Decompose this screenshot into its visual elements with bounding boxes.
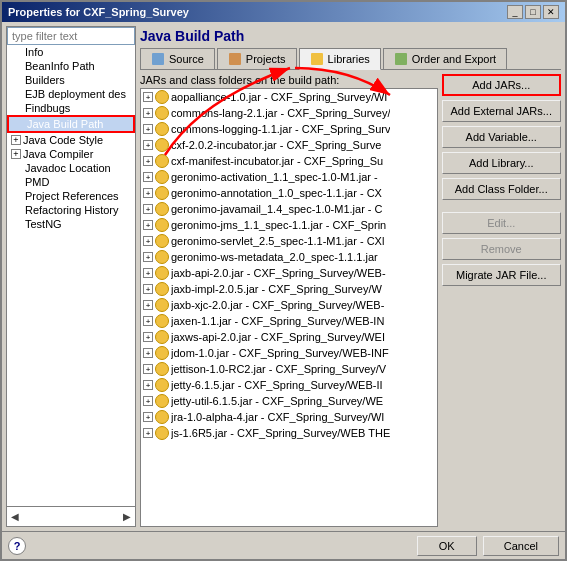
jar-expand-icon[interactable]: +: [143, 236, 153, 246]
jar-list-item[interactable]: +geronimo-activation_1.1_spec-1.0-M1.jar…: [141, 169, 437, 185]
jar-expand-icon[interactable]: +: [143, 108, 153, 118]
jar-list-item[interactable]: +jaxb-xjc-2.0.jar - CXF_Spring_Survey/WE…: [141, 297, 437, 313]
jar-list-item[interactable]: +jra-1.0-alpha-4.jar - CXF_Spring_Survey…: [141, 409, 437, 425]
jar-list[interactable]: +aopalliance-1.0.jar - CXF_Spring_Survey…: [140, 88, 438, 527]
jar-list-item[interactable]: +geronimo-annotation_1.0_spec-1.1.jar - …: [141, 185, 437, 201]
sidebar-item-builders[interactable]: Builders: [7, 73, 135, 87]
jar-expand-icon[interactable]: +: [143, 412, 153, 422]
jar-expand-icon[interactable]: +: [143, 172, 153, 182]
nav-back-button[interactable]: ◀: [11, 511, 19, 522]
jar-list-item[interactable]: +geronimo-ws-metadata_2.0_spec-1.1.1.jar: [141, 249, 437, 265]
jar-file-icon: [155, 250, 169, 264]
migrate-button[interactable]: Migrate JAR File...: [442, 264, 562, 286]
sidebar-item-info[interactable]: Info: [7, 45, 135, 59]
remove-button[interactable]: Remove: [442, 238, 562, 260]
help-icon[interactable]: ?: [8, 537, 26, 555]
sidebar-item-pmd[interactable]: PMD: [7, 175, 135, 189]
edit-button[interactable]: Edit...: [442, 212, 562, 234]
jar-list-item[interactable]: +cxf-manifest-incubator.jar - CXF_Spring…: [141, 153, 437, 169]
tab-projects[interactable]: Projects: [217, 48, 297, 69]
jar-expand-icon[interactable]: +: [143, 124, 153, 134]
jar-expand-icon[interactable]: +: [143, 140, 153, 150]
jar-list-item[interactable]: +commons-logging-1.1.jar - CXF_Spring_Su…: [141, 121, 437, 137]
sidebar-item-label-testng: TestNG: [25, 218, 62, 230]
sidebar-item-testng[interactable]: TestNG: [7, 217, 135, 231]
add-library-button[interactable]: Add Library...: [442, 152, 562, 174]
source-tab-icon: [151, 52, 165, 66]
libraries-tab-icon: [310, 52, 324, 66]
expand-icon-javacodestyle[interactable]: +: [11, 135, 21, 145]
jar-expand-icon[interactable]: +: [143, 188, 153, 198]
jar-list-item[interactable]: +jaxb-api-2.0.jar - CXF_Spring_Survey/WE…: [141, 265, 437, 281]
sidebar-item-javacompiler[interactable]: +Java Compiler: [7, 147, 135, 161]
tab-label-libraries: Libraries: [328, 53, 370, 65]
close-button[interactable]: ✕: [543, 5, 559, 19]
jar-expand-icon[interactable]: +: [143, 316, 153, 326]
sidebar-item-label-pmd: PMD: [25, 176, 49, 188]
add-variable-button[interactable]: Add Variable...: [442, 126, 562, 148]
sidebar-item-findbugs[interactable]: Findbugs: [7, 101, 135, 115]
ok-button[interactable]: OK: [417, 536, 477, 556]
tab-order[interactable]: Order and Export: [383, 48, 507, 69]
jar-expand-icon[interactable]: +: [143, 396, 153, 406]
jar-list-item[interactable]: +commons-lang-2.1.jar - CXF_Spring_Surve…: [141, 105, 437, 121]
jar-list-item[interactable]: +aopalliance-1.0.jar - CXF_Spring_Survey…: [141, 89, 437, 105]
jar-item-label: jaxws-api-2.0.jar - CXF_Spring_Survey/WE…: [171, 331, 385, 343]
jar-list-item[interactable]: +jetty-6.1.5.jar - CXF_Spring_Survey/WEB…: [141, 377, 437, 393]
jar-expand-icon[interactable]: +: [143, 92, 153, 102]
sidebar-item-ejb[interactable]: EJB deployment des: [7, 87, 135, 101]
jar-list-item[interactable]: +cxf-2.0.2-incubator.jar - CXF_Spring_Su…: [141, 137, 437, 153]
sidebar-item-refactoring[interactable]: Refactoring History: [7, 203, 135, 217]
jar-list-item[interactable]: +geronimo-servlet_2.5_spec-1.1-M1.jar - …: [141, 233, 437, 249]
right-panel-title: Java Build Path: [140, 26, 561, 48]
jar-expand-icon[interactable]: +: [143, 332, 153, 342]
jar-expand-icon[interactable]: +: [143, 284, 153, 294]
left-panel: InfoBeanInfo PathBuildersEJB deployment …: [6, 26, 136, 527]
sidebar-item-javacodestyle[interactable]: +Java Code Style: [7, 133, 135, 147]
jar-list-item[interactable]: +jaxb-impl-2.0.5.jar - CXF_Spring_Survey…: [141, 281, 437, 297]
window-title: Properties for CXF_Spring_Survey: [8, 6, 189, 18]
jar-list-item[interactable]: +jaxws-api-2.0.jar - CXF_Spring_Survey/W…: [141, 329, 437, 345]
jar-list-item[interactable]: +js-1.6R5.jar - CXF_Spring_Survey/WEB TH…: [141, 425, 437, 441]
jar-list-item[interactable]: +jetty-util-6.1.5.jar - CXF_Spring_Surve…: [141, 393, 437, 409]
cancel-button[interactable]: Cancel: [483, 536, 559, 556]
main-content: JARs and class folders on the build path…: [140, 74, 561, 527]
jar-expand-icon[interactable]: +: [143, 380, 153, 390]
jar-file-icon: [155, 314, 169, 328]
jar-expand-icon[interactable]: +: [143, 348, 153, 358]
expand-icon-javacompiler[interactable]: +: [11, 149, 21, 159]
add-class-folder-button[interactable]: Add Class Folder...: [442, 178, 562, 200]
tab-source[interactable]: Source: [140, 48, 215, 69]
jar-expand-icon[interactable]: +: [143, 220, 153, 230]
nav-forward-button[interactable]: ▶: [123, 511, 131, 522]
maximize-button[interactable]: □: [525, 5, 541, 19]
sidebar-item-javadoc[interactable]: Javadoc Location: [7, 161, 135, 175]
jar-list-item[interactable]: +jettison-1.0-RC2.jar - CXF_Spring_Surve…: [141, 361, 437, 377]
sidebar-item-beaninfo[interactable]: BeanInfo Path: [7, 59, 135, 73]
filter-input[interactable]: [7, 27, 135, 45]
jar-expand-icon[interactable]: +: [143, 364, 153, 374]
jar-expand-icon[interactable]: +: [143, 204, 153, 214]
jar-list-item[interactable]: +geronimo-javamail_1.4_spec-1.0-M1.jar -…: [141, 201, 437, 217]
jar-expand-icon[interactable]: +: [143, 300, 153, 310]
minimize-button[interactable]: _: [507, 5, 523, 19]
jar-item-label: geronimo-annotation_1.0_spec-1.1.jar - C…: [171, 187, 382, 199]
jar-item-label: geronimo-javamail_1.4_spec-1.0-M1.jar - …: [171, 203, 383, 215]
jar-list-item[interactable]: +jdom-1.0.jar - CXF_Spring_Survey/WEB-IN…: [141, 345, 437, 361]
jar-item-label: jaxb-impl-2.0.5.jar - CXF_Spring_Survey/…: [171, 283, 382, 295]
jar-expand-icon[interactable]: +: [143, 268, 153, 278]
jar-expand-icon[interactable]: +: [143, 156, 153, 166]
jar-item-label: jaxen-1.1.jar - CXF_Spring_Survey/WEB-IN: [171, 315, 384, 327]
sidebar-item-projectrefs[interactable]: Project References: [7, 189, 135, 203]
jar-file-icon: [155, 202, 169, 216]
jar-list-item[interactable]: +jaxen-1.1.jar - CXF_Spring_Survey/WEB-I…: [141, 313, 437, 329]
sidebar-item-javabuildpath[interactable]: Java Build Path: [7, 115, 135, 133]
jar-expand-icon[interactable]: +: [143, 428, 153, 438]
add-jars-button[interactable]: Add JARs...: [442, 74, 562, 96]
add-external-jars-button[interactable]: Add External JARs...: [442, 100, 562, 122]
tree-area: InfoBeanInfo PathBuildersEJB deployment …: [7, 45, 135, 506]
buttons-panel: Add JARs...Add External JARs...Add Varia…: [442, 74, 562, 527]
jar-expand-icon[interactable]: +: [143, 252, 153, 262]
tab-libraries[interactable]: Libraries: [299, 48, 381, 70]
jar-list-item[interactable]: +geronimo-jms_1.1_spec-1.1.jar - CXF_Spr…: [141, 217, 437, 233]
